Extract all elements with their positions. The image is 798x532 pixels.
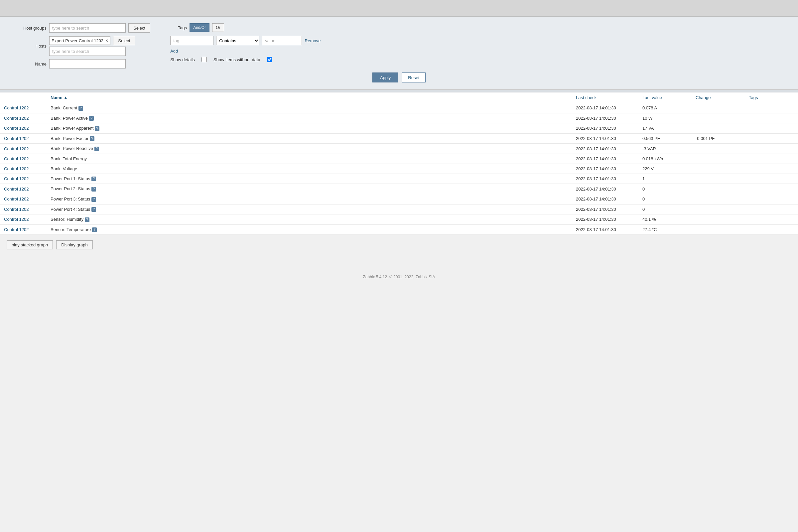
col-change[interactable]: Change (691, 92, 745, 103)
cell-last-check: 2022-08-17 14:01:30 (572, 204, 639, 214)
cell-host: Control 1202 (0, 194, 46, 204)
cell-host: Control 1202 (0, 164, 46, 174)
table-row: Control 1202Power Port 3: Status?2022-08… (0, 194, 798, 204)
cell-host: Control 1202 (0, 103, 46, 113)
tag-filter-row: Contains Equals Does not contain Does no… (170, 36, 321, 45)
table-row: Control 1202Bank: Power Apparent?2022-08… (0, 124, 798, 134)
cell-name: Bank: Voltage (46, 164, 572, 174)
cell-last-check: 2022-08-17 14:01:30 (572, 144, 639, 154)
cell-tags (745, 113, 798, 124)
cell-change (691, 154, 745, 164)
top-bar (0, 0, 798, 17)
cell-host: Control 1202 (0, 124, 46, 134)
show-items-label: Show items without data (213, 57, 260, 62)
table-row: Control 1202Bank: Power Reactive?2022-08… (0, 144, 798, 154)
cell-last-value: 0.563 PF (639, 133, 691, 144)
table-row: Control 1202Bank: Voltage2022-08-17 14:0… (0, 164, 798, 174)
cell-last-check: 2022-08-17 14:01:30 (572, 194, 639, 204)
display-graph-button[interactable]: Display graph (56, 241, 93, 249)
table-header: Name ▲ Last check Last value Change Tags (0, 92, 798, 103)
host-groups-label: Host groups (13, 25, 46, 31)
cell-tags (745, 103, 798, 113)
cell-last-value: 0.018 kWh (639, 154, 691, 164)
cell-host: Control 1202 (0, 113, 46, 124)
cell-tags (745, 164, 798, 174)
cell-last-check: 2022-08-17 14:01:30 (572, 214, 639, 225)
cell-last-check: 2022-08-17 14:01:30 (572, 124, 639, 134)
table-row: Control 1202Power Port 4: Status?2022-08… (0, 204, 798, 214)
host-groups-select-button[interactable]: Select (128, 23, 150, 33)
tag-input[interactable] (170, 36, 213, 45)
page-footer: Zabbix 5.4.12. © 2001–2022, Zabbix SIA (0, 268, 798, 286)
cell-last-check: 2022-08-17 14:01:30 (572, 103, 639, 113)
col-last-value[interactable]: Last value (639, 92, 691, 103)
host-groups-row: Host groups Select (13, 23, 150, 33)
cell-last-value: 17 VA (639, 124, 691, 134)
name-input[interactable] (49, 59, 126, 69)
hosts-search-input[interactable] (49, 46, 126, 56)
section-divider (0, 90, 798, 92)
help-icon[interactable]: ? (92, 187, 96, 191)
help-icon[interactable]: ? (89, 116, 94, 121)
help-icon[interactable]: ? (92, 176, 96, 181)
help-icon[interactable]: ? (95, 126, 99, 131)
col-host (0, 92, 46, 103)
cell-change (691, 103, 745, 113)
show-items-checkbox[interactable] (267, 57, 272, 62)
cell-tags (745, 133, 798, 144)
host-selected-tag: Expert Power Control 1202 × (49, 36, 110, 45)
copyright-text: Zabbix 5.4.12. © 2001–2022, Zabbix SIA (363, 274, 435, 279)
items-table: Name ▲ Last check Last value Change Tags… (0, 92, 798, 235)
tag-value-input[interactable] (262, 36, 302, 45)
add-tag-link[interactable]: Add (170, 49, 321, 54)
andor-button[interactable]: And/Or (190, 23, 209, 32)
hosts-select-button[interactable]: Select (113, 36, 135, 45)
cell-last-value: 10 W (639, 113, 691, 124)
cell-change (691, 113, 745, 124)
help-icon[interactable]: ? (85, 217, 90, 222)
cell-last-value: 1 (639, 174, 691, 184)
apply-button[interactable]: Apply (373, 73, 399, 82)
help-icon[interactable]: ? (94, 147, 99, 151)
filter-right-block: Tags And/Or Or Contains Equals Does not … (170, 23, 321, 62)
cell-name: Bank: Total Energy (46, 154, 572, 164)
host-groups-input[interactable] (49, 23, 126, 33)
cell-change (691, 194, 745, 204)
help-icon[interactable]: ? (90, 136, 94, 141)
reset-button[interactable]: Reset (402, 73, 425, 82)
cell-name: Sensor: Temperature? (46, 225, 572, 235)
cell-name: Sensor: Humidity? (46, 214, 572, 225)
or-button[interactable]: Or (212, 23, 224, 32)
table-row: Control 1202Sensor: Humidity?2022-08-17 … (0, 214, 798, 225)
table-row: Control 1202Bank: Power Factor?2022-08-1… (0, 133, 798, 144)
help-icon[interactable]: ? (92, 197, 96, 202)
table-row: Control 1202Bank: Power Active?2022-08-1… (0, 113, 798, 124)
stacked-graph-button[interactable]: play stacked graph (7, 241, 53, 249)
help-icon[interactable]: ? (78, 106, 83, 111)
cell-tags (745, 194, 798, 204)
col-tags[interactable]: Tags (745, 92, 798, 103)
cell-change (691, 174, 745, 184)
footer-actions: play stacked graph Display graph (0, 235, 798, 255)
cell-host: Control 1202 (0, 174, 46, 184)
show-details-checkbox[interactable] (202, 57, 207, 62)
cell-tags (745, 204, 798, 214)
col-name[interactable]: Name ▲ (46, 92, 572, 103)
remove-link[interactable]: Remove (305, 38, 321, 43)
table-row: Control 1202Power Port 1: Status?2022-08… (0, 174, 798, 184)
help-icon[interactable]: ? (92, 207, 96, 212)
cell-tags (745, 184, 798, 194)
help-icon[interactable]: ? (92, 227, 97, 232)
cell-host: Control 1202 (0, 204, 46, 214)
cell-last-check: 2022-08-17 14:01:30 (572, 113, 639, 124)
cell-name: Power Port 3: Status? (46, 194, 572, 204)
table-row: Control 1202Bank: Current?2022-08-17 14:… (0, 103, 798, 113)
cell-last-check: 2022-08-17 14:01:30 (572, 164, 639, 174)
filter-section: Host groups Select Hosts Expert Power Co… (0, 17, 798, 90)
host-tag-remove-icon[interactable]: × (106, 38, 108, 43)
name-row: Name (13, 59, 150, 69)
cell-last-value: 40.1 % (639, 214, 691, 225)
show-details-row: Show details Show items without data (170, 57, 321, 62)
tag-condition-select[interactable]: Contains Equals Does not contain Does no… (216, 36, 259, 45)
col-last-check[interactable]: Last check (572, 92, 639, 103)
